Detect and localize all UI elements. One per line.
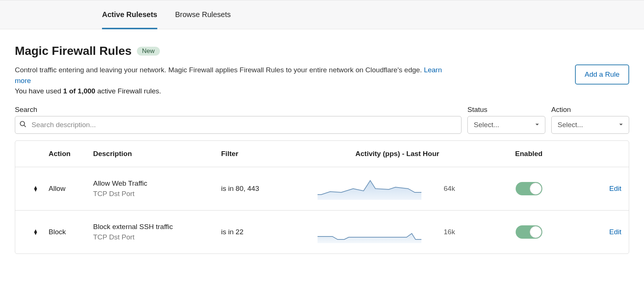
col-description: Description	[93, 150, 221, 158]
rules-table: Action Description Filter Activity (pps)…	[15, 140, 629, 254]
caret-down-icon	[535, 121, 540, 129]
cell-action: Block	[49, 228, 93, 236]
drag-handle-icon[interactable]: ▲▼	[23, 186, 49, 191]
col-action: Action	[49, 150, 93, 158]
sparkline	[318, 178, 444, 200]
activity-value: 64k	[444, 185, 477, 193]
rule-subtitle: TCP Dst Port	[93, 190, 221, 198]
edit-link[interactable]: Edit	[581, 228, 621, 236]
rule-subtitle: TCP Dst Port	[93, 233, 221, 241]
tab-active-rulesets[interactable]: Active Rulesets	[102, 1, 157, 29]
edit-link[interactable]: Edit	[581, 185, 621, 193]
cell-action: Allow	[49, 185, 93, 193]
status-select[interactable]: Select...	[467, 116, 545, 134]
enabled-toggle[interactable]	[516, 225, 542, 239]
rule-title: Allow Web Traffic	[93, 179, 221, 188]
activity-value: 16k	[444, 228, 477, 236]
usage-text: You have used 1 of 1,000 active Firewall…	[15, 87, 445, 95]
page-title: Magic Firewall Rules	[15, 44, 132, 58]
search-input[interactable]	[15, 116, 461, 134]
search-icon	[19, 120, 27, 129]
col-filter: Filter	[221, 150, 318, 158]
caret-down-icon	[618, 121, 624, 129]
description-text: Control traffic entering and leaving you…	[15, 66, 424, 74]
svg-line-1	[24, 125, 26, 127]
status-label: Status	[467, 106, 545, 114]
cell-filter: is in 22	[221, 228, 318, 236]
search-label: Search	[15, 106, 461, 114]
action-select[interactable]: Select...	[551, 116, 629, 134]
tab-browse-rulesets[interactable]: Browse Rulesets	[175, 1, 231, 29]
new-badge: New	[137, 47, 160, 56]
cell-filter: is in 80, 443	[221, 185, 318, 193]
add-rule-button[interactable]: Add a Rule	[575, 64, 629, 85]
table-header: Action Description Filter Activity (pps)…	[15, 141, 629, 167]
col-enabled: Enabled	[477, 150, 581, 158]
sparkline	[318, 221, 444, 243]
drag-handle-icon[interactable]: ▲▼	[23, 229, 49, 235]
tab-bar: Active Rulesets Browse Rulesets	[0, 0, 644, 29]
table-row: ▲▼ Allow Allow Web Traffic TCP Dst Port …	[15, 167, 629, 211]
table-row: ▲▼ Block Block external SSH traffic TCP …	[15, 211, 629, 254]
page-description: Control traffic entering and leaving you…	[15, 64, 445, 86]
rule-title: Block external SSH traffic	[93, 223, 221, 231]
col-activity: Activity (pps) - Last Hour	[318, 150, 477, 158]
enabled-toggle[interactable]	[516, 182, 542, 195]
svg-point-0	[20, 121, 25, 126]
action-filter-label: Action	[551, 106, 629, 114]
